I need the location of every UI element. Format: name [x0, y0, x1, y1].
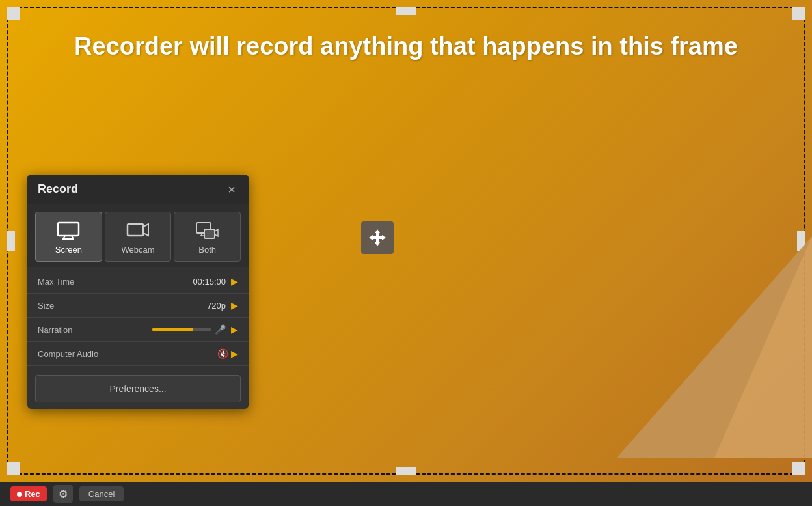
max-time-value: 00:15:00	[193, 277, 226, 287]
corner-br	[792, 462, 805, 475]
size-arrow[interactable]: ▶	[231, 300, 238, 311]
svg-rect-7	[373, 236, 382, 239]
size-label: Size	[38, 301, 207, 311]
settings-section: Max Time 00:15:00 ▶ Size 720p ▶ Narratio…	[27, 267, 249, 369]
main-recording-area: Recorder will record anything that happe…	[0, 0, 812, 482]
tab-screen[interactable]: Screen	[35, 212, 102, 262]
max-time-row: Max Time 00:15:00 ▶	[27, 270, 249, 294]
tab-both-label: Both	[198, 245, 216, 255]
panel-title: Record	[38, 182, 78, 196]
tab-webcam-label: Webcam	[121, 245, 154, 255]
narration-label: Narration	[38, 325, 152, 335]
background-shape	[487, 184, 812, 458]
preferences-button[interactable]: Preferences...	[35, 375, 241, 402]
svg-rect-12	[128, 224, 143, 236]
panel-header: Record ×	[27, 175, 249, 204]
record-panel: Record × Screen Webcam	[27, 175, 249, 409]
rec-label: Rec	[25, 489, 40, 499]
slider-track	[152, 328, 211, 331]
move-cursor-icon[interactable]	[361, 221, 394, 254]
size-row: Size 720p ▶	[27, 294, 249, 318]
screen-icon	[57, 221, 80, 240]
corner-tl	[7, 7, 20, 20]
max-time-arrow[interactable]: ▶	[231, 276, 238, 287]
both-icon	[196, 221, 219, 240]
max-time-label: Max Time	[38, 277, 193, 287]
computer-audio-row: Computer Audio 🔇 ▶	[27, 342, 249, 366]
webcam-icon	[126, 221, 150, 240]
svg-marker-5	[382, 235, 386, 240]
svg-rect-8	[58, 223, 79, 236]
cancel-button[interactable]: Cancel	[79, 486, 124, 501]
rec-dot	[17, 492, 22, 497]
tab-screen-label: Screen	[55, 245, 82, 255]
settings-button[interactable]: ⚙	[53, 485, 73, 503]
handle-bottom[interactable]	[396, 467, 416, 475]
narration-slider[interactable]: 🎤	[152, 324, 226, 335]
size-value: 720p	[207, 301, 226, 311]
computer-audio-label: Computer Audio	[38, 349, 217, 359]
source-tabs: Screen Webcam Both	[27, 204, 249, 267]
handle-left[interactable]	[7, 231, 15, 251]
frame-title: Recorder will record anything that happe…	[0, 33, 812, 61]
svg-marker-2	[375, 229, 380, 233]
corner-bl	[7, 462, 20, 475]
narration-arrow[interactable]: ▶	[231, 324, 238, 335]
tab-both[interactable]: Both	[174, 212, 241, 262]
tab-webcam[interactable]: Webcam	[105, 212, 172, 262]
narration-row: Narration 🎤 ▶	[27, 318, 249, 342]
svg-marker-4	[369, 235, 373, 240]
rec-button[interactable]: Rec	[10, 486, 47, 501]
close-button[interactable]: ×	[225, 183, 238, 196]
svg-marker-3	[375, 242, 380, 246]
handle-top[interactable]	[396, 7, 416, 15]
computer-audio-arrow[interactable]: ▶	[231, 348, 238, 359]
corner-tr	[792, 7, 805, 20]
svg-rect-18	[204, 229, 215, 238]
speaker-muted-icon: 🔇	[217, 348, 228, 359]
mic-icon: 🎤	[215, 324, 226, 335]
taskbar: Rec ⚙ Cancel	[0, 482, 812, 506]
